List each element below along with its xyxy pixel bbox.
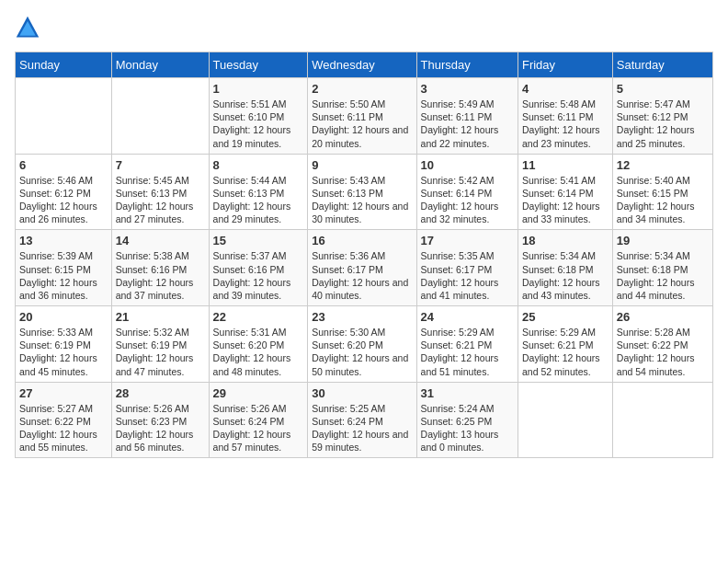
day-info: Sunrise: 5:45 AM Sunset: 6:13 PM Dayligh… (116, 174, 205, 226)
day-number: 6 (19, 158, 108, 172)
calendar-header-row: SundayMondayTuesdayWednesdayThursdayFrid… (16, 52, 713, 78)
calendar-cell: 29Sunrise: 5:26 AM Sunset: 6:24 PM Dayli… (209, 382, 308, 458)
header-friday: Friday (518, 52, 612, 78)
calendar-cell: 12Sunrise: 5:40 AM Sunset: 6:15 PM Dayli… (612, 154, 712, 230)
calendar-cell: 5Sunrise: 5:47 AM Sunset: 6:12 PM Daylig… (612, 78, 712, 155)
calendar-cell: 15Sunrise: 5:37 AM Sunset: 6:16 PM Dayli… (209, 230, 308, 306)
day-info: Sunrise: 5:24 AM Sunset: 6:25 PM Dayligh… (421, 402, 514, 454)
day-number: 15 (213, 234, 304, 247)
header-saturday: Saturday (612, 52, 712, 78)
day-info: Sunrise: 5:37 AM Sunset: 6:16 PM Dayligh… (213, 249, 304, 302)
day-info: Sunrise: 5:35 AM Sunset: 6:17 PM Dayligh… (421, 249, 514, 302)
day-info: Sunrise: 5:29 AM Sunset: 6:21 PM Dayligh… (421, 326, 514, 378)
day-info: Sunrise: 5:49 AM Sunset: 6:11 PM Dayligh… (421, 98, 514, 150)
day-info: Sunrise: 5:25 AM Sunset: 6:24 PM Dayligh… (312, 402, 412, 454)
day-info: Sunrise: 5:31 AM Sunset: 6:20 PM Dayligh… (213, 326, 304, 378)
calendar-cell (612, 382, 712, 458)
day-number: 26 (617, 310, 709, 324)
day-info: Sunrise: 5:27 AM Sunset: 6:22 PM Dayligh… (19, 402, 108, 454)
day-number: 21 (116, 310, 205, 324)
day-info: Sunrise: 5:34 AM Sunset: 6:18 PM Dayligh… (522, 249, 609, 302)
day-info: Sunrise: 5:26 AM Sunset: 6:23 PM Dayligh… (116, 402, 205, 454)
calendar-cell: 22Sunrise: 5:31 AM Sunset: 6:20 PM Dayli… (209, 306, 308, 383)
day-number: 9 (312, 158, 412, 172)
day-info: Sunrise: 5:42 AM Sunset: 6:14 PM Dayligh… (421, 174, 514, 226)
day-info: Sunrise: 5:51 AM Sunset: 6:10 PM Dayligh… (213, 98, 304, 150)
day-number: 16 (312, 234, 412, 247)
calendar-cell: 2Sunrise: 5:50 AM Sunset: 6:11 PM Daylig… (308, 78, 416, 155)
day-number: 23 (312, 310, 412, 324)
calendar-week-row: 27Sunrise: 5:27 AM Sunset: 6:22 PM Dayli… (16, 382, 713, 458)
day-info: Sunrise: 5:48 AM Sunset: 6:11 PM Dayligh… (522, 98, 609, 150)
day-number: 30 (312, 386, 412, 400)
day-info: Sunrise: 5:40 AM Sunset: 6:15 PM Dayligh… (617, 174, 709, 226)
day-number: 13 (19, 234, 108, 247)
day-number: 17 (421, 234, 514, 247)
day-info: Sunrise: 5:43 AM Sunset: 6:13 PM Dayligh… (312, 174, 412, 226)
calendar-cell: 27Sunrise: 5:27 AM Sunset: 6:22 PM Dayli… (16, 382, 112, 458)
calendar-cell: 24Sunrise: 5:29 AM Sunset: 6:21 PM Dayli… (416, 306, 518, 383)
day-number: 2 (312, 82, 412, 96)
header-tuesday: Tuesday (209, 52, 308, 78)
calendar-cell: 30Sunrise: 5:25 AM Sunset: 6:24 PM Dayli… (308, 382, 416, 458)
day-number: 11 (522, 158, 609, 172)
calendar-week-row: 20Sunrise: 5:33 AM Sunset: 6:19 PM Dayli… (16, 306, 713, 383)
calendar-week-row: 13Sunrise: 5:39 AM Sunset: 6:15 PM Dayli… (16, 230, 713, 306)
day-number: 10 (421, 158, 514, 172)
day-info: Sunrise: 5:41 AM Sunset: 6:14 PM Dayligh… (522, 174, 609, 226)
calendar-cell: 9Sunrise: 5:43 AM Sunset: 6:13 PM Daylig… (308, 154, 416, 230)
day-info: Sunrise: 5:36 AM Sunset: 6:17 PM Dayligh… (312, 249, 412, 302)
day-number: 14 (116, 234, 205, 247)
day-info: Sunrise: 5:50 AM Sunset: 6:11 PM Dayligh… (312, 98, 412, 150)
calendar-cell: 20Sunrise: 5:33 AM Sunset: 6:19 PM Dayli… (16, 306, 112, 383)
calendar-cell: 26Sunrise: 5:28 AM Sunset: 6:22 PM Dayli… (612, 306, 712, 383)
logo (15, 15, 44, 40)
day-info: Sunrise: 5:30 AM Sunset: 6:20 PM Dayligh… (312, 326, 412, 378)
calendar-cell: 21Sunrise: 5:32 AM Sunset: 6:19 PM Dayli… (111, 306, 209, 383)
calendar-cell: 16Sunrise: 5:36 AM Sunset: 6:17 PM Dayli… (308, 230, 416, 306)
calendar-cell: 4Sunrise: 5:48 AM Sunset: 6:11 PM Daylig… (518, 78, 612, 155)
day-number: 31 (421, 386, 514, 400)
calendar-cell: 6Sunrise: 5:46 AM Sunset: 6:12 PM Daylig… (16, 154, 112, 230)
calendar-cell: 11Sunrise: 5:41 AM Sunset: 6:14 PM Dayli… (518, 154, 612, 230)
calendar-cell: 8Sunrise: 5:44 AM Sunset: 6:13 PM Daylig… (209, 154, 308, 230)
calendar-cell: 1Sunrise: 5:51 AM Sunset: 6:10 PM Daylig… (209, 78, 308, 155)
day-number: 7 (116, 158, 205, 172)
day-number: 8 (213, 158, 304, 172)
day-number: 28 (116, 386, 205, 400)
day-number: 19 (617, 234, 709, 247)
day-number: 3 (421, 82, 514, 96)
day-info: Sunrise: 5:32 AM Sunset: 6:19 PM Dayligh… (116, 326, 205, 378)
header-monday: Monday (111, 52, 209, 78)
header-thursday: Thursday (416, 52, 518, 78)
day-info: Sunrise: 5:29 AM Sunset: 6:21 PM Dayligh… (522, 326, 609, 378)
day-info: Sunrise: 5:28 AM Sunset: 6:22 PM Dayligh… (617, 326, 709, 378)
day-number: 27 (19, 386, 108, 400)
day-info: Sunrise: 5:38 AM Sunset: 6:16 PM Dayligh… (116, 249, 205, 302)
day-info: Sunrise: 5:46 AM Sunset: 6:12 PM Dayligh… (19, 174, 108, 226)
day-info: Sunrise: 5:39 AM Sunset: 6:15 PM Dayligh… (19, 249, 108, 302)
day-info: Sunrise: 5:26 AM Sunset: 6:24 PM Dayligh… (213, 402, 304, 454)
calendar-week-row: 6Sunrise: 5:46 AM Sunset: 6:12 PM Daylig… (16, 154, 713, 230)
day-info: Sunrise: 5:34 AM Sunset: 6:18 PM Dayligh… (617, 249, 709, 302)
day-info: Sunrise: 5:47 AM Sunset: 6:12 PM Dayligh… (617, 98, 709, 150)
day-number: 24 (421, 310, 514, 324)
calendar-cell: 3Sunrise: 5:49 AM Sunset: 6:11 PM Daylig… (416, 78, 518, 155)
logo-icon (15, 15, 40, 40)
day-info: Sunrise: 5:44 AM Sunset: 6:13 PM Dayligh… (213, 174, 304, 226)
calendar-cell: 28Sunrise: 5:26 AM Sunset: 6:23 PM Dayli… (111, 382, 209, 458)
calendar-cell: 7Sunrise: 5:45 AM Sunset: 6:13 PM Daylig… (111, 154, 209, 230)
calendar-cell (16, 78, 112, 155)
header-wednesday: Wednesday (308, 52, 416, 78)
calendar-cell: 13Sunrise: 5:39 AM Sunset: 6:15 PM Dayli… (16, 230, 112, 306)
calendar-cell: 10Sunrise: 5:42 AM Sunset: 6:14 PM Dayli… (416, 154, 518, 230)
day-number: 25 (522, 310, 609, 324)
calendar-cell: 14Sunrise: 5:38 AM Sunset: 6:16 PM Dayli… (111, 230, 209, 306)
day-number: 5 (617, 82, 709, 96)
day-number: 29 (213, 386, 304, 400)
calendar-cell: 23Sunrise: 5:30 AM Sunset: 6:20 PM Dayli… (308, 306, 416, 383)
calendar-cell (518, 382, 612, 458)
calendar-week-row: 1Sunrise: 5:51 AM Sunset: 6:10 PM Daylig… (16, 78, 713, 155)
calendar-cell: 17Sunrise: 5:35 AM Sunset: 6:17 PM Dayli… (416, 230, 518, 306)
day-number: 20 (19, 310, 108, 324)
